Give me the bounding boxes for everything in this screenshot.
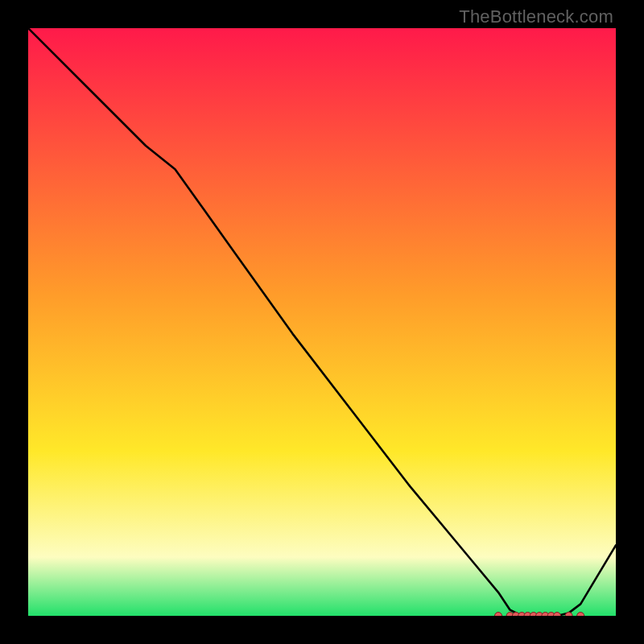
- marker-point: [565, 613, 572, 617]
- markers-group: [495, 613, 584, 617]
- marker-point: [495, 613, 502, 617]
- marker-point: [554, 613, 561, 617]
- chart-svg: [28, 28, 616, 616]
- watermark-text: TheBottleneck.com: [459, 6, 613, 27]
- chart-frame: TheBottleneck.com: [0, 0, 644, 644]
- plot-area: [28, 28, 616, 616]
- marker-point: [577, 613, 584, 617]
